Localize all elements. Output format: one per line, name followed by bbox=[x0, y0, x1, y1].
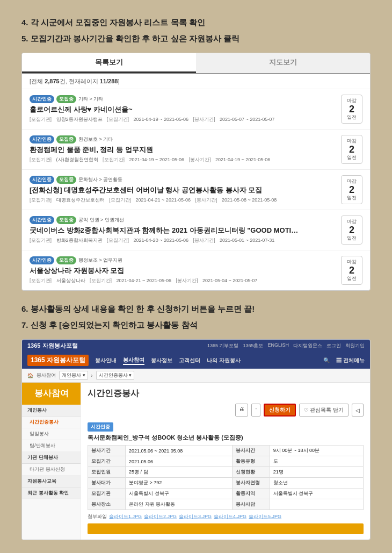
nav-item-participate[interactable]: 봉사참여 bbox=[123, 356, 144, 365]
topbar-link-login[interactable]: 로그인 bbox=[326, 342, 341, 349]
badge-row: 시간인증 모집중 행정보조 > 업무지원 bbox=[30, 256, 336, 264]
item-title: [전화신청] 대명효성주간보호센터 어버이날 행사 공연봉사활동 봉사자 모집 bbox=[30, 186, 336, 195]
table-label: 모집인원 bbox=[88, 467, 126, 478]
table-label: 봉사장소 bbox=[88, 499, 126, 510]
attachment-2[interactable]: 슬라이드2.JPG bbox=[144, 513, 177, 520]
sidebar-section-recent: 최근 봉사활동 확인 bbox=[22, 487, 81, 499]
table-label: 모집기관 bbox=[88, 489, 126, 499]
item-dates: [모집기관] 대명효성주간보호센터 [모집기간] 2021-04-21 ~ 20… bbox=[30, 197, 336, 204]
activity-badge-row: 시간인증 bbox=[88, 421, 364, 434]
org-name: 영창2동자원봉사캠프 bbox=[56, 117, 103, 122]
step7-text: 7. 신청 후 [승인되었는지 확인하고 봉사활동 참석 bbox=[21, 319, 371, 332]
apply-button[interactable]: 신청하기 bbox=[264, 404, 296, 416]
nav-item-allmenu[interactable]: ☰ 전체메뉴 bbox=[336, 357, 365, 364]
topbar-link-1[interactable]: 1365 기부포털 bbox=[207, 342, 239, 349]
table-value: 온라인 자원 봉사활동 bbox=[126, 499, 233, 510]
table-label: 봉사사담 bbox=[232, 499, 270, 510]
category-text: 공익 인권 > 인권개선 bbox=[78, 217, 124, 224]
sidebar-section-edu: 자원봉사교육 bbox=[22, 476, 81, 487]
item-dates: [모집기관] 서울상상나라 [모집기간] 2021-04-21 ~ 2021-0… bbox=[30, 277, 336, 284]
category-text: 환경보호 > 기타 bbox=[78, 136, 113, 143]
topbar-links: 1365 기부포털 1365홍보 ENGLISH 다지털원문스 로그인 회원기입 bbox=[207, 342, 365, 349]
list-item[interactable]: 시간인증 모집중 환경보호 > 기타 환경캠페인 물품 준비, 정리 등 업무지… bbox=[22, 130, 370, 170]
detail-table: 봉사기간 2021.05.06 ~ 2021.05.08 봉사시간 9시 00분… bbox=[88, 445, 364, 510]
deadline-box: 마감 2 일전 bbox=[341, 175, 362, 204]
list-item[interactable]: 시간인증 모집중 기타 > 기타 홀로어르신께 사랑♥ 카네이션을~ [모집기관… bbox=[22, 89, 370, 130]
nav-item-info[interactable]: 봉사정보 bbox=[151, 357, 172, 364]
list-item[interactable]: 시간인증 모집중 문화행사 > 공연활동 [전화신청] 대명효성주간보호센터 어… bbox=[22, 170, 370, 210]
table-value: 25명 / 팀 bbox=[126, 467, 233, 478]
item-content: 시간인증 모집중 환경보호 > 기타 환경캠페인 물품 준비, 정리 등 업무지… bbox=[30, 135, 336, 164]
nav-item-support[interactable]: 고객센터 bbox=[179, 357, 200, 364]
table-row: 봉사기간 2021.05.06 ~ 2021.05.08 봉사시간 9시 00분… bbox=[88, 446, 364, 456]
item-content: 시간인증 모집중 기타 > 기타 홀로어르신께 사랑♥ 카네이션을~ [모집기관… bbox=[30, 95, 336, 124]
recruiting-badge: 모집중 bbox=[56, 135, 76, 143]
bc-dropdown-1[interactable]: 개인봉사 ▾ bbox=[59, 371, 88, 380]
deadline-box: 마감 2 일전 bbox=[341, 216, 362, 245]
status-badge: 시간인증 bbox=[30, 176, 54, 184]
table-label: 봉사기간 bbox=[88, 446, 126, 456]
topbar-link-signup[interactable]: 회원기입 bbox=[345, 342, 365, 349]
deadline-unit: 일전 bbox=[346, 114, 358, 121]
portal-main: 시간인증봉사 🖨 · 신청하기 ♡ 관심목록 담기 ◁ 시간인증 독서문화캠페인… bbox=[81, 383, 370, 540]
portal-topbar: 1365 자원봉사포털 1365 기부포털 1365홍보 ENGLISH 다지털… bbox=[22, 340, 370, 352]
sidebar-item-daily[interactable]: 일일봉사 bbox=[22, 428, 81, 440]
service-date: 2021-05-07 ~ 2021-05-07 bbox=[220, 117, 274, 122]
topbar-link-2[interactable]: 1365홍보 bbox=[243, 342, 263, 349]
bookmark-button[interactable]: ♡ 관심목록 담기 bbox=[299, 404, 349, 416]
table-label: 봉사시간 bbox=[232, 446, 270, 456]
table-row: 봉사장소 온라인 자원 봉사활동 봉사사담 bbox=[88, 499, 364, 510]
tab-list[interactable]: 목록보기 bbox=[22, 53, 196, 73]
item-content: 시간인증 모집중 공익 인권 > 인권개선 굿네이버스 방화2종합사회복지관과 … bbox=[30, 216, 336, 245]
sidebar-section-edu-title: 자원봉사교육 bbox=[22, 476, 81, 487]
share-button[interactable]: ◁ bbox=[352, 404, 364, 416]
table-value: 2021.05.06 ~ 2021.05.08 bbox=[126, 446, 233, 456]
search-icon[interactable]: 🔍 bbox=[323, 357, 330, 363]
status-badge: 시간인증 bbox=[30, 95, 54, 103]
table-value: 21명 bbox=[270, 467, 363, 478]
list-meta: [전체 2,875건, 현재레이지 11/288] bbox=[22, 74, 370, 89]
recruiting-badge: 모집중 bbox=[56, 216, 76, 224]
table-label: 봉사대가 bbox=[88, 478, 126, 489]
sidebar-item-team[interactable]: 팀/단체봉사 bbox=[22, 440, 81, 452]
list-item[interactable]: 시간인증 모집중 행정보조 > 업무지원 서울상상나라 자원봉사자 모집 [모집… bbox=[22, 250, 370, 290]
attachment-5[interactable]: 슬라이드5.JPG bbox=[249, 513, 281, 520]
attachment-3[interactable]: 슬라이드3.JPG bbox=[179, 513, 212, 520]
sidebar-item-timecert[interactable]: 시간인증봉사 bbox=[22, 416, 81, 428]
activity-badge: 시간인증 bbox=[88, 422, 113, 432]
portal-main-title: 시간인증봉사 bbox=[88, 388, 364, 399]
badge-row: 시간인증 모집중 환경보호 > 기타 bbox=[30, 135, 336, 143]
activity-title-text: 독서문화캠페인_방구석 성BOOK 청소년 봉사활동 (모집중) bbox=[88, 434, 243, 441]
table-value: 9시 00분 ~ 18시 00분 bbox=[270, 446, 363, 456]
attachment-1[interactable]: 슬라이드1.JPG bbox=[109, 513, 142, 520]
topbar-link-3[interactable]: ENGLISH bbox=[267, 342, 289, 349]
print-icon[interactable]: 🖨 bbox=[235, 404, 248, 416]
list-item[interactable]: 시간인증 모집중 공익 인권 > 인권개선 굿네이버스 방화2종합사회복지관과 … bbox=[22, 210, 370, 250]
attachment-4[interactable]: 슬라이드4.JPG bbox=[214, 513, 246, 520]
item-title: 환경캠페인 물품 준비, 정리 등 업무지원 bbox=[30, 146, 336, 155]
sidebar-header: 봉사참여 bbox=[22, 383, 81, 405]
status-badge: 시간인증 bbox=[30, 216, 54, 224]
topbar-link-4[interactable]: 다지털원문스 bbox=[293, 342, 322, 349]
nav-item-guidance[interactable]: 봉사안내 bbox=[95, 357, 117, 364]
table-value: 서울특별시 성북구 bbox=[126, 489, 233, 499]
item-content: 시간인증 모집중 행정보조 > 업무지원 서울상상나라 자원봉사자 모집 [모집… bbox=[30, 256, 336, 285]
attachment-row: 첨부파일 슬라이드1.JPG 슬라이드2.JPG 슬라이드3.JPG 슬라이드4… bbox=[88, 513, 364, 520]
nav-item-mypage[interactable]: 나의 자원봉사 bbox=[207, 357, 241, 364]
table-label: 신청현황 bbox=[232, 467, 270, 478]
portal-topbar-logo: 1365 자원봉사포털 bbox=[27, 342, 78, 350]
tab-map[interactable]: 지도보기 bbox=[196, 53, 370, 73]
table-value: 청소년 bbox=[270, 478, 363, 489]
table-label: 모집기간 bbox=[88, 456, 126, 467]
recruiting-badge: 모집중 bbox=[56, 176, 76, 184]
item-content: 시간인증 모집중 문화행사 > 공연활동 [전화신청] 대명효성주간보호센터 어… bbox=[30, 176, 336, 204]
sidebar-section-org: 기관 단체봉사 타기관 봉사신청 bbox=[22, 452, 81, 476]
item-dates: [모집기관] 영창2동자원봉사캠프 [모집기간] 2021-04-19 ~ 20… bbox=[30, 116, 336, 123]
bc-dropdown-2[interactable]: 시간인증봉사 ▾ bbox=[96, 371, 135, 380]
print-icon2[interactable]: · bbox=[251, 404, 260, 416]
step5-text: 5. 모집기간과 봉사기간을 확인한 후 하고 싶은 자원봉사 클릭 bbox=[21, 32, 371, 45]
table-label: 활동유형 bbox=[232, 456, 270, 467]
sidebar-item-other-org[interactable]: 타기관 봉사신청 bbox=[22, 464, 81, 476]
home-icon[interactable]: 🏠 bbox=[27, 373, 33, 378]
bookmark-icon: ♡ bbox=[304, 407, 309, 413]
